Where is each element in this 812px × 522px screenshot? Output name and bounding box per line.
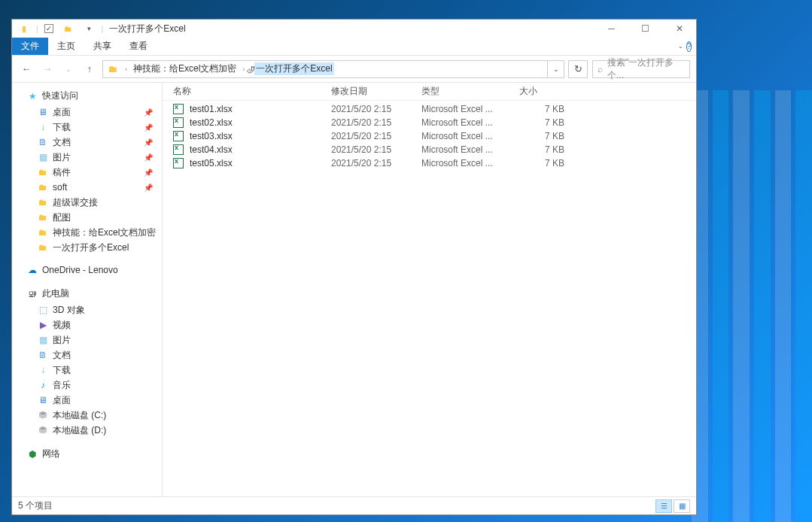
video-icon: ▶ xyxy=(38,320,48,330)
col-size[interactable]: 大小 xyxy=(519,85,564,98)
col-name[interactable]: 名称 xyxy=(173,85,331,98)
tab-home[interactable]: 主页 xyxy=(48,38,84,55)
nav-desktop[interactable]: 🖥桌面📌 xyxy=(12,105,162,120)
picture-icon: ▦ xyxy=(38,152,48,162)
checkbox-icon[interactable]: ✓ xyxy=(44,24,53,33)
separator: | xyxy=(102,25,104,33)
qab-dropdown-icon[interactable]: ▾ xyxy=(84,23,96,35)
file-row[interactable]: test03.xlsx2021/5/20 2:15Microsoft Excel… xyxy=(163,129,696,143)
desktop-icon: 🖥 xyxy=(38,395,48,405)
music-icon: ♪ xyxy=(38,380,48,390)
breadcrumb[interactable]: 🖿 › 神技能：给Excel文档加密 › ⮰ 一次打开多个Excel ⌄ xyxy=(102,60,564,78)
breadcrumb-item-current[interactable]: 一次打开多个Excel xyxy=(254,62,333,75)
address-bar-row: ← → ⌄ ↑ 🖿 › 神技能：给Excel文档加密 › ⮰ 一次打开多个Exc… xyxy=(12,56,696,83)
desktop-icon: 🖥 xyxy=(38,107,48,117)
tab-view[interactable]: 查看 xyxy=(120,38,157,55)
folder-icon: 🖿 xyxy=(38,227,48,238)
help-icon[interactable]: ? xyxy=(686,41,692,52)
pin-icon: 📌 xyxy=(144,123,153,132)
search-input[interactable]: ⌕ 搜索"一次打开多个... xyxy=(592,60,690,78)
file-list-pane: 名称 修改日期 类型 大小 test01.xlsx2021/5/20 2:15M… xyxy=(163,83,696,496)
excel-icon xyxy=(173,117,185,128)
forward-button[interactable]: → xyxy=(39,61,56,77)
folder-icon: 🖿 xyxy=(38,182,48,193)
close-button[interactable]: ✕ xyxy=(662,20,696,38)
tab-file[interactable]: 文件 xyxy=(12,38,48,55)
back-button[interactable]: ← xyxy=(18,61,35,77)
network-icon: ⬢ xyxy=(27,449,38,460)
excel-icon xyxy=(173,144,185,155)
nav-drive-c[interactable]: ⛃本地磁盘 (C:) xyxy=(12,408,162,423)
download-icon: ↓ xyxy=(38,122,48,132)
separator: | xyxy=(36,25,38,33)
maximize-button[interactable]: ☐ xyxy=(628,20,662,38)
pin-icon: 📌 xyxy=(144,138,153,147)
nav-3d[interactable]: ⬚3D 对象 xyxy=(12,302,162,317)
chevron-icon[interactable]: › xyxy=(120,65,132,73)
folder-icon: 🖿 xyxy=(108,63,117,74)
cloud-icon: ☁ xyxy=(27,265,38,275)
nav-drive-d[interactable]: ⛃本地磁盘 (D:) xyxy=(12,423,162,438)
nav-pictures2[interactable]: ▦图片 xyxy=(12,332,162,347)
nav-downloads[interactable]: ↓下载📌 xyxy=(12,120,162,135)
address-dropdown-icon[interactable]: ⌄ xyxy=(547,61,564,77)
nav-downloads2[interactable]: ↓下载 xyxy=(12,363,162,378)
pin-icon: 📌 xyxy=(144,168,153,177)
excel-icon xyxy=(173,104,185,114)
navigation-pane[interactable]: ★快速访问 🖥桌面📌 ↓下载📌 🗎文档📌 ▦图片📌 🖿稿件📌 🖿soft📌 🖿超… xyxy=(12,83,163,496)
nav-super-handover[interactable]: 🖿超级课交接 xyxy=(12,195,162,210)
thumbnails-view-button[interactable]: ▦ xyxy=(674,499,690,513)
nav-this-pc[interactable]: 🖳此电脑 xyxy=(12,285,162,302)
file-row[interactable]: test04.xlsx2021/5/20 2:15Microsoft Excel… xyxy=(163,143,696,156)
recent-dropdown[interactable]: ⌄ xyxy=(60,61,77,77)
nav-draft[interactable]: 🖿稿件📌 xyxy=(12,165,162,180)
expand-ribbon-icon[interactable]: ⌄ xyxy=(678,43,683,50)
window-title: 一次打开多个Excel xyxy=(109,23,185,35)
file-row[interactable]: test02.xlsx2021/5/20 2:15Microsoft Excel… xyxy=(163,116,696,129)
folder-icon: 🖿 xyxy=(38,242,48,253)
excel-icon xyxy=(173,158,185,168)
quick-access[interactable]: ★快速访问 xyxy=(12,87,162,105)
col-type[interactable]: 类型 xyxy=(421,85,519,98)
folder-icon: 🖿 xyxy=(38,197,48,208)
details-view-button[interactable]: ☰ xyxy=(655,499,672,513)
nav-network[interactable]: ⬢网络 xyxy=(12,445,162,463)
minimize-button[interactable]: ─ xyxy=(595,20,628,38)
breadcrumb-item[interactable]: 神技能：给Excel文档加密 xyxy=(132,62,238,75)
pin-icon: 📌 xyxy=(144,153,153,162)
explorer-window: ▮ | ✓ 🖿 ▾ | 一次打开多个Excel ─ ☐ ✕ 文件 主页 共享 查… xyxy=(11,19,697,515)
titlebar[interactable]: ▮ | ✓ 🖿 ▾ | 一次打开多个Excel ─ ☐ ✕ xyxy=(12,20,696,38)
wallpaper xyxy=(692,90,812,522)
col-date[interactable]: 修改日期 xyxy=(331,85,421,98)
drive-icon: ⛃ xyxy=(38,425,48,436)
file-row[interactable]: test01.xlsx2021/5/20 2:15Microsoft Excel… xyxy=(163,102,696,116)
nav-open-multi[interactable]: 🖿一次打开多个Excel xyxy=(12,240,162,255)
nav-videos[interactable]: ▶视频 xyxy=(12,317,162,332)
nav-soft[interactable]: 🖿soft📌 xyxy=(12,180,162,195)
cube-icon: ⬚ xyxy=(38,305,48,315)
excel-icon xyxy=(173,131,185,141)
folder-icon: 🖿 xyxy=(38,167,48,178)
nav-pictu[interactable]: 🖿配图 xyxy=(12,210,162,225)
download-icon: ↓ xyxy=(38,365,48,375)
nav-skill-excel[interactable]: 🖿神技能：给Excel文档加密 xyxy=(12,225,162,240)
nav-documents2[interactable]: 🗎文档 xyxy=(12,347,162,363)
up-button[interactable]: ↑ xyxy=(81,61,98,77)
folder-icon: 🖿 xyxy=(38,212,48,223)
cursor-icon: ⮰ xyxy=(246,65,254,74)
folder-icon: ▮ xyxy=(18,23,30,35)
nav-documents[interactable]: 🗎文档📌 xyxy=(12,135,162,150)
search-icon: ⌕ xyxy=(598,64,603,74)
status-text: 5 个项目 xyxy=(18,499,53,512)
document-icon: 🗎 xyxy=(38,137,48,147)
refresh-button[interactable]: ↻ xyxy=(568,60,588,78)
nav-desktop2[interactable]: 🖥桌面 xyxy=(12,393,162,408)
drive-icon: ⛃ xyxy=(38,410,48,420)
nav-music[interactable]: ♪音乐 xyxy=(12,378,162,393)
nav-pictures[interactable]: ▦图片📌 xyxy=(12,150,162,165)
file-rows: test01.xlsx2021/5/20 2:15Microsoft Excel… xyxy=(163,101,696,170)
tab-share[interactable]: 共享 xyxy=(84,38,120,55)
file-row[interactable]: test05.xlsx2021/5/20 2:15Microsoft Excel… xyxy=(163,156,696,170)
nav-onedrive[interactable]: ☁OneDrive - Lenovo xyxy=(12,263,162,278)
pc-icon: 🖳 xyxy=(27,289,38,299)
